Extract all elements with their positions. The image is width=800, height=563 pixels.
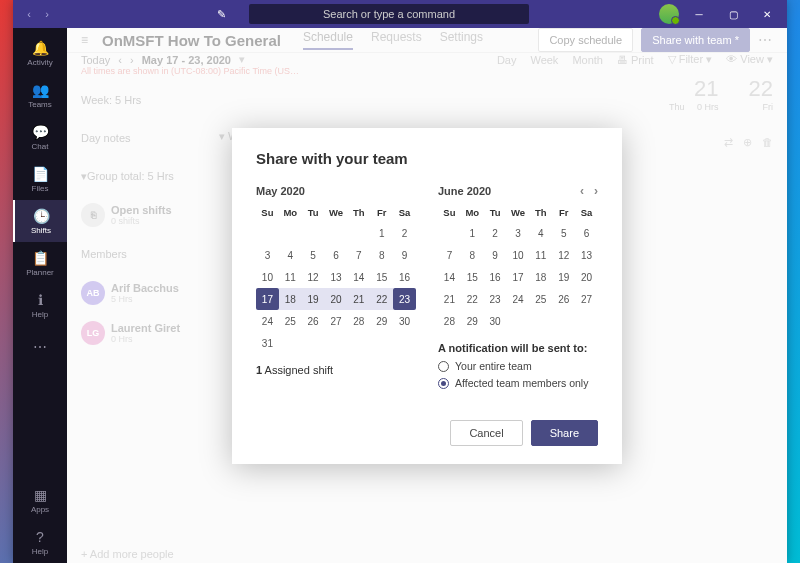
calendar-day[interactable]: 13 — [575, 244, 598, 266]
calendar-day[interactable]: 6 — [575, 222, 598, 244]
search-input[interactable]: Search or type a command — [249, 4, 529, 24]
calendar-day[interactable]: 24 — [507, 288, 530, 310]
close-button[interactable]: ✕ — [753, 0, 781, 28]
prev-month-button[interactable]: ‹ — [580, 184, 584, 198]
calendar-day[interactable]: 2 — [484, 222, 507, 244]
shifts-icon: 🕒 — [33, 208, 50, 224]
share-button[interactable]: Share — [531, 420, 598, 446]
radio-affected-only[interactable]: Affected team members only — [438, 377, 598, 389]
calendar-day[interactable]: 17 — [256, 288, 279, 310]
calendar-day[interactable]: 27 — [325, 310, 348, 332]
calendar-day[interactable]: 10 — [507, 244, 530, 266]
calendar-may: May 2020 SuMoTuWeThFrSa .....12345678910… — [256, 183, 416, 394]
calendar-day[interactable]: 18 — [529, 266, 552, 288]
calendar-june: June 2020 ‹› SuMoTuWeThFrSa .12345678910… — [438, 183, 598, 394]
calendar-day[interactable]: 14 — [347, 266, 370, 288]
calendar-day[interactable]: 26 — [552, 288, 575, 310]
calendar-day[interactable]: 28 — [347, 310, 370, 332]
calendar-day[interactable]: 13 — [325, 266, 348, 288]
sidebar-item-teams[interactable]: 👥Teams — [13, 74, 67, 116]
sidebar-item-apps[interactable]: ▦Apps — [13, 479, 67, 521]
calendar-day[interactable]: 4 — [279, 244, 302, 266]
info-icon: ℹ — [38, 292, 43, 308]
calendar-day[interactable]: 10 — [256, 266, 279, 288]
calendar-day[interactable]: 15 — [370, 266, 393, 288]
calendar-day[interactable]: 29 — [461, 310, 484, 332]
calendar-day[interactable]: 1 — [370, 222, 393, 244]
calendar-day[interactable]: 25 — [529, 288, 552, 310]
bell-icon: 🔔 — [32, 40, 49, 56]
chat-icon: 💬 — [32, 124, 49, 140]
calendar-day[interactable]: 19 — [302, 288, 325, 310]
calendar-day[interactable]: 30 — [484, 310, 507, 332]
maximize-button[interactable]: ▢ — [719, 0, 747, 28]
sidebar-more[interactable]: ⋯ — [13, 326, 67, 368]
cancel-button[interactable]: Cancel — [450, 420, 522, 446]
files-icon: 📄 — [32, 166, 49, 182]
calendar-day[interactable]: 23 — [393, 288, 416, 310]
calendar-day[interactable]: 3 — [507, 222, 530, 244]
calendar-day[interactable]: 11 — [529, 244, 552, 266]
titlebar: ‹ › ✎ Search or type a command ─ ▢ ✕ — [13, 0, 787, 28]
calendar-day[interactable]: 30 — [393, 310, 416, 332]
calendar-day[interactable]: 11 — [279, 266, 302, 288]
calendar-day[interactable]: 31 — [256, 332, 279, 354]
calendar-day[interactable]: 20 — [575, 266, 598, 288]
profile-avatar[interactable] — [659, 4, 679, 24]
sidebar-item-chat[interactable]: 💬Chat — [13, 116, 67, 158]
nav-back-button[interactable]: ‹ — [21, 6, 37, 22]
sidebar-item-activity[interactable]: 🔔Activity — [13, 32, 67, 74]
radio-entire-team[interactable]: Your entire team — [438, 360, 598, 372]
help-icon: ? — [36, 529, 44, 545]
calendar-day[interactable]: 22 — [461, 288, 484, 310]
calendar-day[interactable]: 21 — [347, 288, 370, 310]
calendar-day[interactable]: 1 — [461, 222, 484, 244]
sidebar-item-shifts[interactable]: 🕒Shifts — [13, 200, 67, 242]
calendar-day[interactable]: 2 — [393, 222, 416, 244]
calendar-day[interactable]: 7 — [438, 244, 461, 266]
sidebar-item-help[interactable]: ℹHelp — [13, 284, 67, 326]
calendar-day[interactable]: 21 — [438, 288, 461, 310]
calendar-day[interactable]: 17 — [507, 266, 530, 288]
calendar-day[interactable]: 8 — [370, 244, 393, 266]
calendar-day[interactable]: 25 — [279, 310, 302, 332]
calendar-day[interactable]: 16 — [484, 266, 507, 288]
calendar-day[interactable]: 26 — [302, 310, 325, 332]
calendar-day[interactable]: 15 — [461, 266, 484, 288]
calendar-day[interactable]: 8 — [461, 244, 484, 266]
calendar-day[interactable]: 7 — [347, 244, 370, 266]
calendar-day[interactable]: 27 — [575, 288, 598, 310]
calendar-day[interactable]: 5 — [302, 244, 325, 266]
apps-icon: ▦ — [34, 487, 47, 503]
calendar-day[interactable]: 20 — [325, 288, 348, 310]
share-modal: Share with your team May 2020 SuMoTuWeTh… — [232, 128, 622, 464]
calendar-day[interactable]: 24 — [256, 310, 279, 332]
compose-icon[interactable]: ✎ — [213, 6, 229, 22]
calendar-day[interactable]: 12 — [302, 266, 325, 288]
planner-icon: 📋 — [32, 250, 49, 266]
sidebar-item-help-bottom[interactable]: ?Help — [13, 521, 67, 563]
calendar-day[interactable]: 12 — [552, 244, 575, 266]
minimize-button[interactable]: ─ — [685, 0, 713, 28]
calendar-day[interactable]: 19 — [552, 266, 575, 288]
calendar-day[interactable]: 14 — [438, 266, 461, 288]
calendar-day[interactable]: 28 — [438, 310, 461, 332]
calendar-day[interactable]: 3 — [256, 244, 279, 266]
calendar-day[interactable]: 9 — [393, 244, 416, 266]
sidebar-item-planner[interactable]: 📋Planner — [13, 242, 67, 284]
next-month-button[interactable]: › — [594, 184, 598, 198]
calendar-day[interactable]: 18 — [279, 288, 302, 310]
calendar-day[interactable]: 23 — [484, 288, 507, 310]
calendar-day[interactable]: 9 — [484, 244, 507, 266]
calendar-day[interactable]: 5 — [552, 222, 575, 244]
calendar-day[interactable]: 22 — [370, 288, 393, 310]
calendar-day[interactable]: 6 — [325, 244, 348, 266]
nav-forward-button[interactable]: › — [39, 6, 55, 22]
sidebar-item-files[interactable]: 📄Files — [13, 158, 67, 200]
calendar-day[interactable]: 4 — [529, 222, 552, 244]
modal-overlay: Share with your team May 2020 SuMoTuWeTh… — [67, 28, 787, 563]
app-sidebar: 🔔Activity 👥Teams 💬Chat 📄Files 🕒Shifts 📋P… — [13, 28, 67, 563]
calendar-day[interactable]: 16 — [393, 266, 416, 288]
modal-title: Share with your team — [256, 150, 598, 167]
calendar-day[interactable]: 29 — [370, 310, 393, 332]
